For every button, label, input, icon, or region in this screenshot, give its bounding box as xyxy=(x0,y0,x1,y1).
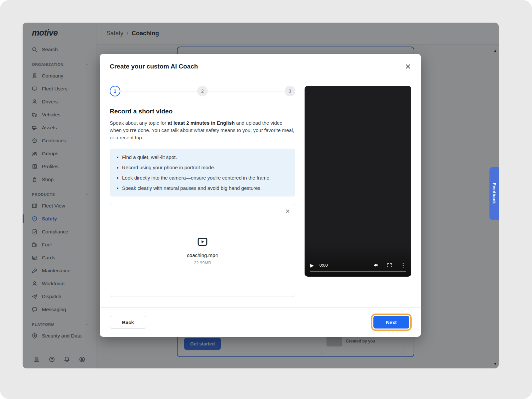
modal-right-column: ▶ 0:00 ⋮ xyxy=(305,86,411,307)
back-button[interactable]: Back xyxy=(110,316,146,329)
ai-coach-modal: Create your custom AI Coach 1 2 3 Record… xyxy=(100,54,421,337)
upload-card: coaching.mp4 22.99MB xyxy=(110,204,295,297)
step-3: 3 xyxy=(285,86,295,96)
volume-icon[interactable] xyxy=(373,262,378,268)
step-connector xyxy=(208,91,285,91)
step-1: 1 xyxy=(110,86,120,96)
desktop-background: motive Search ORGANIZATIONCompanyFleet U… xyxy=(0,0,532,399)
feedback-tab[interactable]: Feedback xyxy=(489,167,499,220)
step-heading: Record a short video xyxy=(110,108,295,115)
video-player[interactable]: ▶ 0:00 ⋮ xyxy=(305,86,411,277)
step-description: Speak about any topic for at least 2 min… xyxy=(110,119,295,141)
video-progress-bar[interactable] xyxy=(310,271,406,272)
modal-left-column: 1 2 3 Record a short video Speak about a… xyxy=(110,86,295,307)
modal-body: 1 2 3 Record a short video Speak about a… xyxy=(100,79,421,307)
upload-filename: coaching.mp4 xyxy=(187,252,218,258)
tip-item: Look directly into the camera—ensure you… xyxy=(122,174,290,181)
tips-list: Find a quiet, well-lit spot.Record using… xyxy=(115,154,290,192)
video-file-icon xyxy=(196,235,209,248)
description-text: Speak about any topic for xyxy=(110,120,168,126)
feedback-tab-label: Feedback xyxy=(492,183,497,204)
remove-upload-icon[interactable] xyxy=(285,208,291,214)
tip-item: Speak clearly with natural pauses and av… xyxy=(122,185,290,192)
step-connector xyxy=(120,91,197,91)
next-button[interactable]: Next xyxy=(373,316,409,329)
step-2: 2 xyxy=(197,86,208,96)
close-icon[interactable] xyxy=(404,63,412,70)
play-icon[interactable]: ▶ xyxy=(310,263,314,268)
modal-title: Create your custom AI Coach xyxy=(110,63,198,70)
video-controls: ▶ 0:00 ⋮ xyxy=(305,262,411,268)
tips-box: Find a quiet, well-lit spot.Record using… xyxy=(110,149,295,197)
video-time: 0:00 xyxy=(320,263,328,268)
video-controls-right: ⋮ xyxy=(373,262,406,268)
modal-header: Create your custom AI Coach xyxy=(100,54,421,79)
upload-filesize: 22.99MB xyxy=(194,260,211,265)
app-window: motive Search ORGANIZATIONCompanyFleet U… xyxy=(23,23,499,368)
tip-item: Record using your phone in portrait mode… xyxy=(122,164,290,171)
modal-footer: Back Next xyxy=(100,307,421,337)
step-indicator: 1 2 3 xyxy=(110,86,295,96)
more-options-icon[interactable]: ⋮ xyxy=(401,263,406,268)
description-bold: at least 2 minutes in English xyxy=(168,120,235,126)
fullscreen-icon[interactable] xyxy=(387,262,392,268)
tip-item: Find a quiet, well-lit spot. xyxy=(122,154,290,161)
